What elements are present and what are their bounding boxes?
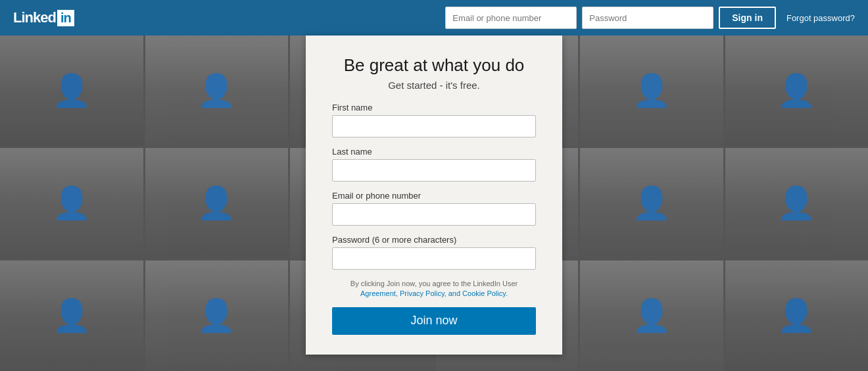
email-label: Email or phone number [332, 191, 536, 201]
bg-cell: 👤 [580, 36, 723, 146]
signup-password-input[interactable] [332, 247, 536, 270]
password-label: Password (6 or more characters) [332, 235, 536, 245]
last-name-group: Last name [332, 147, 536, 182]
bg-cell: 👤 [145, 36, 289, 146]
first-name-group: First name [332, 103, 536, 137]
first-name-input[interactable] [332, 115, 536, 137]
logo-text: Linked [13, 9, 56, 26]
join-button[interactable]: Join now [332, 307, 536, 335]
password-input[interactable] [582, 7, 713, 29]
first-name-label: First name [332, 103, 536, 112]
signin-button[interactable]: Sign in [719, 7, 776, 29]
bg-cell: 👤 [725, 36, 869, 146]
bg-cell: 👤 [0, 36, 143, 146]
bg-cell: 👤 [580, 148, 723, 259]
bg-cell: 👤 [145, 260, 289, 371]
bg-cell: 👤 [725, 260, 869, 371]
modal-subtitle: Get started - it's free. [332, 80, 536, 91]
modal-title: Be great at what you do [332, 55, 536, 76]
terms-text: By clicking Join now, you agree to the L… [332, 279, 536, 299]
terms-part1: By clicking Join now, you agree to the L… [350, 280, 518, 287]
bg-cell: 👤 [580, 260, 723, 371]
header-center: Sign in Forgot password? [445, 7, 855, 29]
bg-cell: 👤 [725, 148, 869, 259]
logo: Linkedin [13, 9, 74, 26]
email-input[interactable] [445, 7, 577, 29]
header: Linkedin Sign in Forgot password? [0, 0, 868, 36]
forgot-password-link[interactable]: Forgot password? [786, 13, 855, 23]
logo-in-badge: in [57, 10, 74, 26]
bg-cell: 👤 [145, 148, 289, 259]
last-name-input[interactable] [332, 159, 536, 182]
bg-cell: 👤 [0, 148, 143, 259]
password-group: Password (6 or more characters) [332, 235, 536, 270]
email-group: Email or phone number [332, 191, 536, 226]
terms-link[interactable]: Agreement, Privacy Policy, and Cookie Po… [360, 289, 508, 297]
last-name-label: Last name [332, 147, 536, 157]
signup-modal: Be great at what you do Get started - it… [306, 36, 562, 355]
signup-email-input[interactable] [332, 203, 536, 226]
bg-cell: 👤 [0, 260, 143, 371]
